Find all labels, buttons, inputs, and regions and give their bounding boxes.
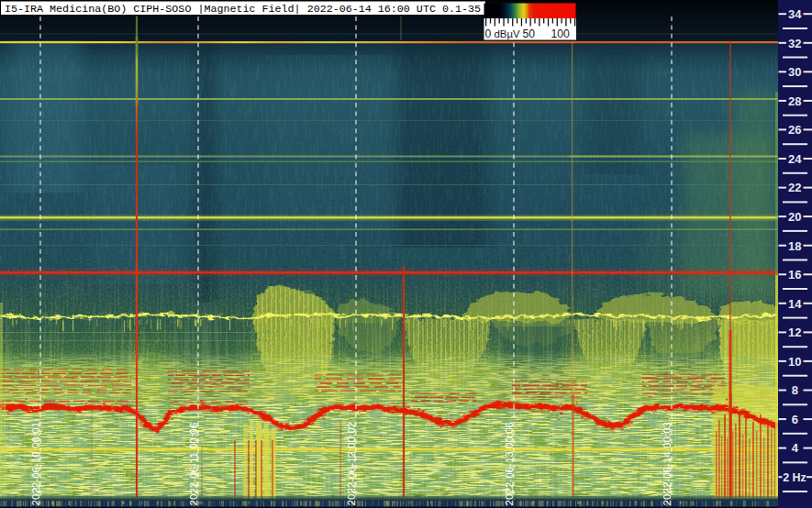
svg-text:22: 22 [788, 181, 801, 194]
svg-text:50: 50 [523, 28, 536, 40]
svg-text:10: 10 [788, 355, 801, 369]
svg-text:2 Hz: 2 Hz [783, 471, 806, 484]
svg-text:100: 100 [551, 28, 571, 40]
svg-text:18: 18 [788, 239, 801, 253]
svg-text:12: 12 [788, 326, 801, 339]
svg-text:16: 16 [788, 268, 801, 282]
svg-text:20: 20 [788, 210, 801, 224]
svg-text:28: 28 [788, 94, 801, 108]
svg-text:4: 4 [792, 441, 799, 455]
svg-text:2022-06-14 00:03: 2022-06-14 00:03 [661, 422, 673, 506]
svg-text:24: 24 [788, 152, 802, 166]
svg-text:2022-06-13 00:06: 2022-06-13 00:06 [503, 422, 515, 506]
svg-text:dBµV: dBµV [495, 28, 520, 39]
svg-text:2022-06-11 00:06: 2022-06-11 00:06 [187, 423, 199, 506]
svg-text:34: 34 [788, 7, 802, 21]
svg-text:26: 26 [788, 123, 801, 137]
svg-text:6: 6 [792, 413, 798, 426]
svg-text:14: 14 [788, 297, 802, 311]
svg-text:32: 32 [788, 37, 801, 50]
svg-text:2022-06-10 00:01: 2022-06-10 00:01 [29, 422, 41, 506]
svg-text:0: 0 [485, 28, 492, 40]
svg-text:I5-IRA Medicina(BO) CIPH-SOSO: I5-IRA Medicina(BO) CIPH-SOSO |Magnetic … [5, 3, 481, 16]
svg-text:2022-06-12 00:02: 2022-06-12 00:02 [345, 422, 357, 506]
svg-text:30: 30 [788, 65, 801, 79]
svg-text:8: 8 [792, 383, 798, 397]
